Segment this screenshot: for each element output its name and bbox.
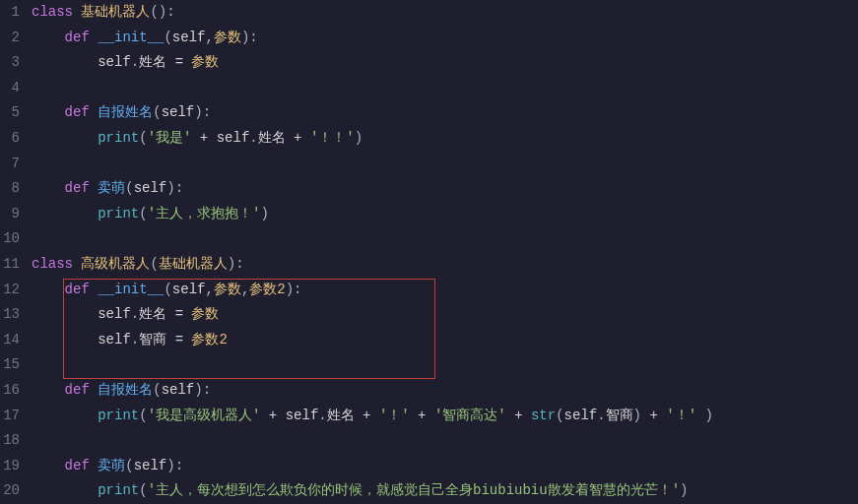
function-name: 自报姓名 xyxy=(98,104,153,120)
keyword: def xyxy=(65,458,90,473)
code-line: def 自报姓名(self): xyxy=(32,100,858,126)
keyword: def xyxy=(65,104,90,120)
line-number: 17 xyxy=(0,404,20,429)
line-number: 16 xyxy=(0,378,20,404)
code-line: self.智商 = 参数2 xyxy=(32,328,858,353)
code-line: print('我是' + self.姓名 + '！！') xyxy=(32,126,858,152)
code-line: print('主人，求抱抱！') xyxy=(32,202,858,227)
keyword: def xyxy=(65,382,90,398)
string-literal: '我是' xyxy=(148,130,192,146)
builtin-function: print xyxy=(98,206,139,221)
line-number: 1 xyxy=(0,0,20,26)
string-literal: '智商高达' xyxy=(434,408,506,423)
line-number: 15 xyxy=(0,352,20,378)
string-literal: '主人，求抱抱！' xyxy=(148,206,261,221)
line-number: 11 xyxy=(0,252,20,278)
line-number: 9 xyxy=(0,202,20,227)
code-content[interactable]: class 基础机器人(): def __init__(self,参数): se… xyxy=(32,0,858,504)
line-number: 4 xyxy=(0,76,20,101)
builtin-function: print xyxy=(98,408,139,423)
line-number: 8 xyxy=(0,176,20,202)
code-line: def __init__(self,参数): xyxy=(32,26,858,51)
parameter: 参数 xyxy=(214,282,241,297)
line-number: 5 xyxy=(0,100,20,126)
code-line: self.姓名 = 参数 xyxy=(32,302,858,328)
function-name: 卖萌 xyxy=(98,180,125,196)
code-line xyxy=(32,152,858,177)
string-literal: '！' xyxy=(379,408,410,423)
class-name: 高级机器人 xyxy=(81,256,150,272)
function-name: 卖萌 xyxy=(98,458,125,473)
line-number: 10 xyxy=(0,226,20,252)
line-number-gutter: 1 2 3 4 5 6 7 8 9 10 11 12 13 14 15 16 1… xyxy=(0,0,32,504)
keyword: class xyxy=(32,256,73,272)
string-literal: '！' xyxy=(666,408,696,423)
code-line xyxy=(32,428,858,454)
line-number: 6 xyxy=(0,126,20,152)
code-line xyxy=(32,352,858,378)
keyword: def xyxy=(65,180,90,196)
function-name: __init__ xyxy=(98,282,164,297)
code-line: def 自报姓名(self): xyxy=(32,378,858,404)
code-line xyxy=(32,226,858,252)
code-line: class 基础机器人(): xyxy=(32,0,858,26)
keyword: def xyxy=(65,30,90,45)
line-number: 13 xyxy=(0,302,20,328)
builtin-function: str xyxy=(531,408,556,423)
base-class: 基础机器人 xyxy=(159,256,228,272)
line-number: 14 xyxy=(0,328,20,353)
code-line: print('主人，每次想到怎么欺负你的时候，就感觉自己全身biubiubiu散… xyxy=(32,478,858,504)
code-line xyxy=(32,76,858,101)
function-name: __init__ xyxy=(98,30,164,45)
line-number: 12 xyxy=(0,278,20,303)
line-number: 20 xyxy=(0,478,20,504)
code-line: def 卖萌(self): xyxy=(32,454,858,479)
code-line: print('我是高级机器人' + self.姓名 + '！' + '智商高达'… xyxy=(32,404,858,429)
parameter: 参数2 xyxy=(249,282,285,297)
builtin-function: print xyxy=(98,130,139,146)
string-literal: '我是高级机器人' xyxy=(148,408,261,423)
string-literal: '主人，每次想到怎么欺负你的时候，就感觉自己全身biubiubiu散发着智慧的光… xyxy=(148,482,680,498)
string-literal: '！！' xyxy=(310,130,355,146)
code-line: def 卖萌(self): xyxy=(32,176,858,202)
code-editor: 1 2 3 4 5 6 7 8 9 10 11 12 13 14 15 16 1… xyxy=(0,0,858,504)
keyword: class xyxy=(32,4,73,20)
line-number: 2 xyxy=(0,26,20,51)
line-number: 18 xyxy=(0,428,20,454)
builtin-function: print xyxy=(98,482,139,498)
line-number: 19 xyxy=(0,454,20,479)
line-number: 3 xyxy=(0,50,20,76)
class-name: 基础机器人 xyxy=(81,4,150,20)
parameter: 参数 xyxy=(214,30,241,45)
function-name: 自报姓名 xyxy=(98,382,153,398)
keyword: def xyxy=(65,282,90,297)
code-line: self.姓名 = 参数 xyxy=(32,50,858,76)
code-line: def __init__(self,参数,参数2): xyxy=(32,278,858,303)
code-line: class 高级机器人(基础机器人): xyxy=(32,252,858,278)
line-number: 7 xyxy=(0,152,20,177)
